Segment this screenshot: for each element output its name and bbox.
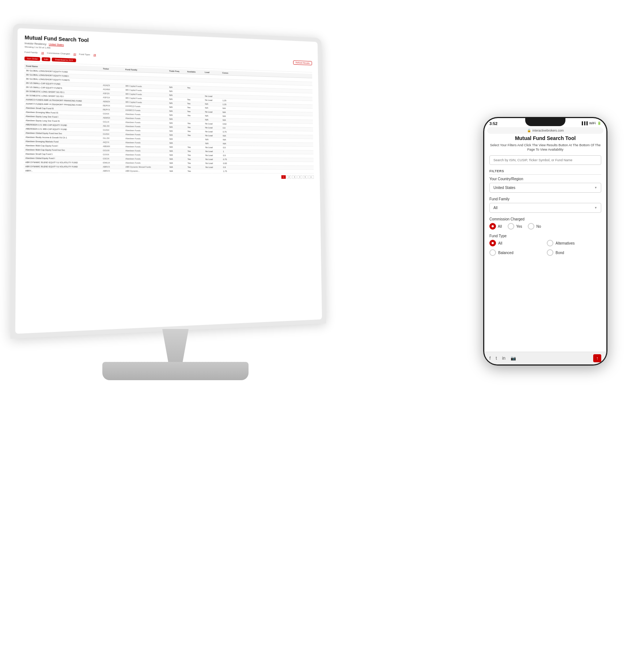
phone-search-input[interactable]: [489, 155, 601, 165]
fund-type-alternatives-radio[interactable]: [547, 240, 553, 246]
fund-family-cell: Aberdeen Funds: [125, 121, 169, 124]
page-3-button[interactable]: 3: [292, 175, 297, 179]
instagram-icon[interactable]: 📷: [511, 356, 516, 361]
page-2-button[interactable]: 2: [287, 175, 291, 179]
available-cell: Yes: [187, 87, 205, 89]
fund-family-cell: 365 Capital Funds: [125, 97, 169, 100]
table-row[interactable]: ABRY... ABRVX ABR Dynamic... N/A Yes 1.7…: [24, 169, 314, 174]
commission-yes-radio[interactable]: [508, 223, 514, 230]
facebook-icon[interactable]: f: [489, 356, 490, 361]
load-cell: No Load: [205, 122, 223, 125]
fund-family-cell: Aberdeen Funds: [125, 129, 170, 132]
fund-type-grid: All Alternatives Balanced Bond: [489, 240, 601, 256]
monitor-display: Mutual Fund Search Tool Investor Residen…: [18, 29, 347, 431]
commission-yes-option[interactable]: Yes: [508, 223, 522, 230]
phone-url-bar[interactable]: 🔒 interactivebrokers.com: [487, 127, 603, 134]
load-cell: N/A: [205, 142, 223, 144]
page-next-button[interactable]: >>: [308, 175, 314, 179]
twitter-icon[interactable]: t: [496, 356, 497, 361]
available-cell: Yes: [187, 106, 205, 109]
comm-cell: 0.9: [223, 127, 240, 129]
country-select[interactable]: United States ▼: [489, 183, 601, 193]
download-xls-button[interactable]: Download to XLS: [52, 58, 76, 63]
col-fund-family: Fund Family: [125, 68, 169, 72]
comm-cell: N/A: [223, 135, 240, 137]
available-cell: [187, 143, 205, 144]
load-cell: N/A: [205, 139, 223, 141]
trade-freq-cell: N/A: [169, 94, 187, 97]
fund-family-cell: Aberdeen Funds: [125, 145, 170, 148]
comm-cell: N/A: [223, 143, 240, 145]
fund-type-bond-radio[interactable]: [547, 249, 553, 256]
fund-type-filter-label: Fund Type: [489, 234, 601, 238]
col-load: Load: [205, 71, 222, 74]
ticker-cell: ABRVX: [103, 170, 125, 172]
comm-cell: [223, 89, 240, 89]
ticker-cell: AGANX: [103, 88, 125, 91]
mobile-phone: 3:52 ▐▐▐ WiFi 🔋 🔒 interactivebrokers.com…: [483, 117, 607, 366]
fund-name-cell: ABERDEEN U.S. MID-CAP EQUITY FUND: [26, 128, 103, 131]
page-4-button[interactable]: 4: [298, 175, 302, 179]
refresh-results-button[interactable]: Refresh Results: [293, 60, 312, 65]
country-select-value: United States: [493, 186, 515, 190]
available-cell: [187, 92, 205, 92]
investor-residency-value[interactable]: United States: [49, 43, 64, 46]
ticker-cell: REPOX: [103, 105, 125, 107]
comm-cell: N/A: [223, 119, 240, 121]
fund-family-filter-value[interactable]: All: [41, 52, 44, 54]
phone-status-icons: ▐▐▐ WiFi 🔋: [581, 121, 601, 125]
comm-cell: [222, 85, 239, 85]
scroll-up-button[interactable]: ↑: [593, 354, 601, 362]
available-cell: Yes: [187, 158, 205, 160]
fund-family-cell: 365 Capital Funds: [125, 93, 169, 96]
fund-name-cell: ABRY...: [25, 170, 103, 172]
trade-freq-cell: [169, 83, 187, 84]
monitor-screen: Mutual Fund Search Tool Investor Residen…: [15, 28, 322, 334]
edit-button[interactable]: Edit: [42, 57, 50, 61]
fund-family-select[interactable]: All ▼: [489, 203, 601, 213]
linkedin-icon[interactable]: in: [502, 356, 505, 361]
ticker-cell: ASFGX: [103, 96, 125, 99]
col-comm: Comm: [222, 72, 239, 74]
filters-section-label: FILTERS: [489, 169, 601, 175]
page-1-button[interactable]: 1: [281, 175, 286, 179]
fund-type-balanced-radio[interactable]: [489, 249, 496, 256]
commission-filter-value[interactable]: All: [73, 53, 76, 55]
trade-freq-cell: N/A: [170, 162, 187, 164]
fund-type-all-radio[interactable]: [489, 240, 496, 246]
commission-no-option[interactable]: No: [528, 223, 541, 230]
trade-freq-cell: N/A: [169, 114, 187, 117]
fund-name-cell: Aberdeen Emerging Mkts Fund IS: [26, 111, 103, 115]
fund-type-alternatives[interactable]: Alternatives: [547, 240, 601, 246]
fund-family-cell: Aberdeen Funds: [125, 150, 170, 152]
commission-no-radio[interactable]: [528, 223, 534, 230]
fund-type-bond[interactable]: Bond: [547, 249, 601, 256]
fund-name-cell: Aberdeen Multi-Cap Equity Fund Inst Svc: [26, 148, 103, 151]
fund-type-all[interactable]: All: [489, 240, 544, 246]
available-cell: Yes: [187, 146, 205, 148]
trade-freq-cell: N/A: [170, 146, 187, 148]
comm-cell: 1.75: [223, 170, 240, 172]
load-cell: No Load: [205, 126, 223, 129]
ticker-cell: GSCIX: [103, 158, 125, 160]
trade-freq-cell: N/A: [169, 110, 187, 113]
fund-type-filter-value[interactable]: All: [94, 54, 96, 56]
ticker-cell: GUISX: [103, 129, 126, 131]
fund-family-cell: Aberdeen Funds: [125, 158, 170, 160]
fund-type-balanced[interactable]: Balanced: [489, 249, 544, 256]
phone-screen: 3:52 ▐▐▐ WiFi 🔋 🔒 interactivebrokers.com…: [484, 118, 606, 364]
load-cell: No Load: [205, 166, 223, 168]
available-cell: Yes: [187, 154, 205, 156]
sort-order-button[interactable]: Sort Order: [24, 57, 40, 61]
ticker-cell: GGLIX: [103, 121, 125, 123]
commission-all-radio[interactable]: [489, 223, 496, 230]
ticker-cell: ABRVX: [103, 166, 125, 168]
lock-icon: 🔒: [527, 129, 531, 132]
commission-all-option[interactable]: All: [489, 223, 502, 230]
trade-freq-cell: N/A: [170, 142, 187, 144]
fund-name-cell: Aberdeen Global Equity Fund Inst Svc: [26, 132, 103, 135]
available-cell: Yes: [187, 170, 205, 172]
fund-family-cell: AAAMCO Funds: [125, 109, 169, 112]
page-5-button[interactable]: 5: [303, 175, 307, 179]
ticker-cell: [103, 81, 125, 82]
